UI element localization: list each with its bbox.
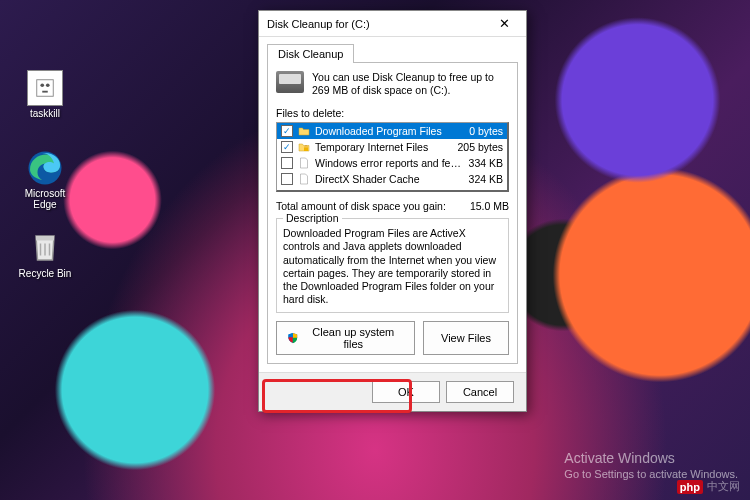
- logo-badge: php: [677, 480, 703, 494]
- drive-icon: [276, 71, 304, 93]
- disk-cleanup-dialog: Disk Cleanup for (C:) ✕ Disk Cleanup You…: [258, 10, 527, 412]
- desktop-icon-edge[interactable]: Microsoft Edge: [15, 150, 75, 210]
- recycle-bin-icon: [27, 230, 63, 266]
- watermark-title: Activate Windows: [564, 450, 738, 466]
- view-files-button[interactable]: View Files: [423, 321, 509, 355]
- item-size: 324 KB: [463, 173, 503, 185]
- svg-point-2: [46, 83, 50, 87]
- ok-button[interactable]: OK: [372, 381, 440, 403]
- description-legend: Description: [283, 212, 342, 224]
- file-icon: [297, 156, 311, 170]
- svg-rect-3: [42, 91, 48, 93]
- list-item[interactable]: DirectX Shader Cache 324 KB: [277, 171, 507, 187]
- files-to-delete-label: Files to delete:: [276, 107, 509, 119]
- desktop-icon-label: Recycle Bin: [15, 268, 75, 279]
- list-item[interactable]: Windows error reports and feedback di...…: [277, 155, 507, 171]
- item-size: 334 KB: [463, 157, 503, 169]
- item-size: 205 bytes: [451, 141, 503, 153]
- dialog-footer: OK Cancel: [259, 372, 526, 411]
- file-icon: [297, 172, 311, 186]
- checkbox[interactable]: [281, 173, 293, 185]
- file-list[interactable]: Downloaded Program Files 0 bytes Tempora…: [276, 122, 509, 192]
- tab-disk-cleanup[interactable]: Disk Cleanup: [267, 44, 354, 63]
- desktop-icon-label: Microsoft Edge: [15, 188, 75, 210]
- cancel-button[interactable]: Cancel: [446, 381, 514, 403]
- window-title: Disk Cleanup for (C:): [267, 18, 486, 30]
- folder-icon: [297, 124, 311, 138]
- total-row: Total amount of disk space you gain: 15.…: [276, 200, 509, 212]
- lock-folder-icon: [297, 140, 311, 154]
- desktop-icon-label: taskkill: [15, 108, 75, 119]
- button-label: View Files: [441, 332, 491, 344]
- desktop-icon-taskkill[interactable]: taskkill: [15, 70, 75, 119]
- batch-file-icon: [27, 70, 63, 106]
- item-name: Windows error reports and feedback di...: [315, 157, 463, 169]
- item-name: Downloaded Program Files: [315, 125, 463, 137]
- list-item[interactable]: Temporary Internet Files 205 bytes: [277, 139, 507, 155]
- checkbox[interactable]: [281, 157, 293, 169]
- activation-watermark: Activate Windows Go to Settings to activ…: [564, 450, 738, 480]
- tab-content: You can use Disk Cleanup to free up to 2…: [267, 62, 518, 364]
- total-value: 15.0 MB: [470, 200, 509, 212]
- checkbox[interactable]: [281, 141, 293, 153]
- edge-icon: [27, 150, 63, 186]
- svg-point-1: [40, 83, 44, 87]
- checkbox[interactable]: [281, 125, 293, 137]
- description-group: Description Downloaded Program Files are…: [276, 218, 509, 313]
- intro-text: You can use Disk Cleanup to free up to 2…: [312, 71, 509, 97]
- site-watermark: php 中文网: [677, 479, 740, 494]
- list-item[interactable]: Downloaded Program Files 0 bytes: [277, 123, 507, 139]
- desktop-background: taskkill Microsoft Edge Recycle Bin Disk…: [0, 0, 750, 500]
- logo-text: 中文网: [707, 479, 740, 494]
- item-name: Temporary Internet Files: [315, 141, 451, 153]
- close-button[interactable]: ✕: [486, 13, 522, 35]
- action-button-row: Clean up system files View Files: [276, 321, 509, 355]
- clean-system-files-button[interactable]: Clean up system files: [276, 321, 415, 355]
- button-label: Cancel: [463, 386, 497, 398]
- intro-row: You can use Disk Cleanup to free up to 2…: [276, 71, 509, 97]
- button-label: Clean up system files: [303, 326, 404, 350]
- total-label: Total amount of disk space you gain:: [276, 200, 446, 212]
- desktop-icon-recycle-bin[interactable]: Recycle Bin: [15, 230, 75, 279]
- uac-shield-icon: [287, 332, 299, 344]
- title-bar[interactable]: Disk Cleanup for (C:) ✕: [259, 11, 526, 37]
- svg-rect-0: [37, 80, 54, 97]
- item-size: 0 bytes: [463, 125, 503, 137]
- svg-rect-5: [304, 148, 308, 152]
- description-text: Downloaded Program Files are ActiveX con…: [283, 227, 502, 306]
- item-name: DirectX Shader Cache: [315, 173, 463, 185]
- button-label: OK: [398, 386, 414, 398]
- tab-strip: Disk Cleanup: [259, 37, 526, 62]
